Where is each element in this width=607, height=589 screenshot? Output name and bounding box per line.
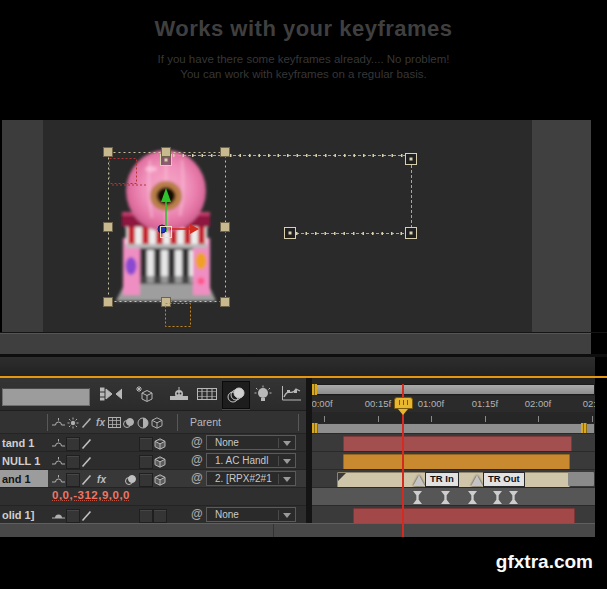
- column-divider: [177, 414, 178, 431]
- ruler-tick: [324, 416, 325, 422]
- adjustment-layer-icon: [136, 416, 149, 429]
- quality-switch-icon[interactable]: [80, 455, 93, 468]
- hide-shy-layers-icon[interactable]: [166, 381, 192, 407]
- quality-switch-icon[interactable]: [80, 473, 93, 486]
- layer-marker-icon[interactable]: [471, 475, 483, 486]
- track-row[interactable]: TR In TR Out: [312, 469, 595, 488]
- parent-column-header[interactable]: Parent: [190, 416, 221, 428]
- column-divider: [298, 414, 299, 431]
- quality-switch-icon[interactable]: [80, 437, 93, 450]
- keyframe-icon[interactable]: [413, 491, 422, 504]
- property-value-row[interactable]: 0,0,-312,9,0,0: [0, 487, 306, 506]
- layer-row[interactable]: NULL 1 @ 1. AC Handl: [0, 451, 306, 470]
- chevron-down-icon: [283, 441, 291, 446]
- quality-switch-icon[interactable]: [80, 509, 93, 522]
- chevron-down-icon: [283, 459, 291, 464]
- layer-name[interactable]: and 1: [0, 470, 48, 488]
- switch-box[interactable]: [139, 473, 153, 487]
- effects-icon: fx: [94, 416, 107, 429]
- parent-pick-whip-icon[interactable]: @: [191, 471, 203, 485]
- layer-duration-bar[interactable]: [353, 508, 575, 523]
- scrollbar-divider: [273, 524, 274, 538]
- switch-box[interactable]: [66, 473, 80, 487]
- pasteboard-right: [532, 120, 591, 332]
- 3d-layer-icon: [150, 416, 163, 429]
- comp-panel-bottom-bar[interactable]: [0, 333, 591, 355]
- ruler-label: 00:15f: [365, 398, 391, 409]
- shy-switch-icon[interactable]: [52, 437, 65, 450]
- timeline-bottom-scrollbar[interactable]: [0, 523, 595, 538]
- navigator-start-handle[interactable]: [312, 384, 317, 395]
- motion-blur-column-icon: [122, 416, 135, 429]
- ruler-label: 02:00f: [525, 398, 551, 409]
- parent-dropdown[interactable]: 2. [RPX#2#1: [206, 471, 296, 486]
- shy-switch-icon[interactable]: [52, 473, 65, 486]
- keyframe-track-row[interactable]: [312, 487, 595, 506]
- ruler-tick: [538, 416, 539, 422]
- brainstorm-icon[interactable]: [250, 381, 276, 407]
- ruler-label: 0:00f: [312, 398, 333, 409]
- parent-dropdown[interactable]: None: [206, 507, 296, 522]
- timeline-column-header: fx Parent: [0, 410, 306, 434]
- timeline-panel: fx Parent tand 1 @: [0, 378, 607, 537]
- effects-switch-icon[interactable]: fx: [95, 473, 108, 486]
- layer-marker-tr-in[interactable]: TR In: [425, 472, 459, 487]
- switch-box[interactable]: [66, 509, 80, 523]
- layer-duration-bar[interactable]: [343, 454, 570, 470]
- parent-pick-whip-icon[interactable]: @: [191, 435, 203, 449]
- parent-dropdown[interactable]: None: [206, 435, 296, 450]
- 3d-switch-icon[interactable]: [153, 473, 166, 486]
- frame-blend-icon: [108, 416, 121, 429]
- draft-3d-icon[interactable]: [132, 381, 158, 407]
- switch-box[interactable]: [153, 509, 167, 523]
- parent-pick-whip-icon[interactable]: @: [191, 453, 203, 467]
- watermark: gfxtra.com: [496, 551, 593, 573]
- keyframe-icon[interactable]: [493, 491, 502, 504]
- parent-pick-whip-icon[interactable]: @: [191, 507, 203, 521]
- shy-switch-on-icon[interactable]: [52, 509, 65, 522]
- ruler-tick: [592, 416, 593, 422]
- frame-blending-icon[interactable]: [194, 381, 220, 407]
- layer-name[interactable]: NULL 1: [0, 452, 50, 470]
- shy-switch-icon[interactable]: [52, 455, 65, 468]
- column-divider: [47, 414, 48, 431]
- graph-editor-icon[interactable]: [278, 381, 304, 407]
- search-input[interactable]: [2, 388, 90, 406]
- keyframe-value-text[interactable]: 0,0,-312,9,0,0: [52, 489, 130, 501]
- layer-marker-tr-out[interactable]: TR Out: [483, 472, 525, 487]
- switch-box[interactable]: [66, 455, 80, 469]
- current-time-indicator-handle[interactable]: [394, 397, 413, 409]
- layer-name[interactable]: tand 1: [0, 434, 50, 452]
- keyframe-icon[interactable]: [509, 491, 518, 504]
- layer-row-selected[interactable]: and 1 fx @ 2. [RPX#2#1: [0, 469, 306, 488]
- chevron-down-icon: [283, 513, 291, 518]
- composition-viewport[interactable]: [0, 120, 607, 332]
- switch-box[interactable]: [139, 455, 153, 469]
- layer-marker-icon[interactable]: [413, 475, 425, 486]
- keyframe-icon[interactable]: [441, 491, 450, 504]
- motion-blur-switch-icon[interactable]: [124, 473, 137, 486]
- 3d-switch-icon[interactable]: [153, 437, 166, 450]
- composition-mini-flowchart-icon[interactable]: [98, 381, 124, 407]
- screenshot-root: Works with your keyframes If you have th…: [0, 0, 607, 589]
- track-row[interactable]: [312, 433, 595, 452]
- switch-box[interactable]: [139, 509, 153, 523]
- layer-row[interactable]: tand 1 @ None: [0, 433, 306, 452]
- time-ruler[interactable]: 0:00f 00:15f 01:00f 01:15f 02:00f 02:0: [312, 396, 595, 412]
- layer-name[interactable]: olid 1]: [0, 506, 50, 524]
- switch-box[interactable]: [66, 437, 80, 451]
- layer-row[interactable]: olid 1] @ None: [0, 505, 306, 524]
- layer-duration-bar[interactable]: [343, 436, 572, 452]
- 3d-switch-icon[interactable]: [153, 455, 166, 468]
- track-row[interactable]: [312, 451, 595, 470]
- parent-dropdown[interactable]: 1. AC Handl: [206, 453, 296, 468]
- timeline-toolbar: [0, 378, 306, 410]
- chevron-down-icon: [283, 477, 291, 482]
- motion-blur-icon[interactable]: [222, 381, 250, 409]
- keyframe-icon[interactable]: [468, 491, 477, 504]
- track-row[interactable]: [312, 505, 595, 523]
- switch-box[interactable]: [139, 437, 153, 451]
- time-navigator-bar[interactable]: [312, 384, 595, 395]
- subtitle-line-2: You can work with keyframes on a regular…: [0, 68, 607, 80]
- timeline-panel-top-strip: [0, 357, 595, 376]
